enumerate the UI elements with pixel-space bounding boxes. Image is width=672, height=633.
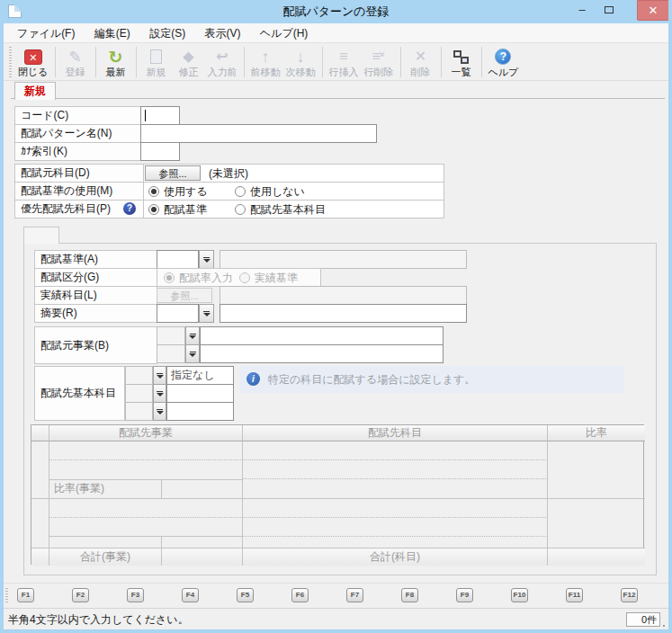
detail-tab[interactable]: [23, 227, 59, 244]
summary-code-input[interactable]: [157, 304, 199, 323]
priority-option-basis[interactable]: 配賦基準: [148, 201, 207, 218]
pattern-name-input[interactable]: [140, 124, 377, 143]
ratio-cell[interactable]: [548, 499, 645, 548]
basis-dropdown-button[interactable]: [199, 250, 214, 269]
kana-index-input[interactable]: [140, 142, 180, 161]
source-account-status: (未選択): [209, 165, 248, 183]
source-business-dropdown-1[interactable]: [185, 326, 200, 345]
menu-edit[interactable]: 編集(E): [86, 23, 139, 44]
dest-account-cell[interactable]: [243, 499, 548, 518]
ratio-business-value[interactable]: [162, 537, 243, 548]
fkey-F12[interactable]: F12: [621, 588, 638, 602]
code-label: コード(C): [14, 106, 141, 125]
fkey-F4[interactable]: F4: [182, 588, 199, 602]
source-business-code-2[interactable]: [157, 344, 185, 363]
dest-basic-code-1[interactable]: [125, 366, 153, 385]
dest-account-cell[interactable]: [243, 479, 548, 499]
toolbar-button-refresh[interactable]: ↻最新: [100, 45, 132, 79]
dest-account-cell[interactable]: [243, 441, 548, 460]
delete-row-icon: ≡✕: [372, 47, 386, 67]
new-icon: [150, 47, 162, 67]
basis-use-option-notuse[interactable]: 使用しない: [235, 183, 305, 201]
fkey-F6[interactable]: F6: [291, 588, 309, 602]
toolbar-button-label: 入力前: [208, 67, 237, 78]
dest-account-cell[interactable]: [243, 518, 548, 537]
total-business-value: [162, 548, 243, 566]
menu-view[interactable]: 表示(V): [196, 23, 248, 44]
source-business-code-1[interactable]: [157, 326, 185, 345]
toolbar-separator: [136, 47, 137, 77]
fkey-F8[interactable]: F8: [401, 588, 418, 602]
row-selector-1[interactable]: [31, 441, 49, 499]
toolbar-button-help[interactable]: ?ヘルプ: [486, 45, 522, 79]
table-header-dest-account: 配賦先科目: [243, 425, 548, 441]
source-business-name-1: [200, 326, 444, 345]
fkey-F10[interactable]: F10: [511, 588, 528, 602]
total-ratio-value: [548, 548, 645, 566]
division-label: 配賦区分(G): [34, 268, 157, 287]
toolbar-button-list[interactable]: 一覧: [445, 45, 478, 79]
fkey-F2[interactable]: F2: [72, 588, 89, 602]
source-business-dropdown-2[interactable]: [185, 344, 200, 363]
code-input[interactable]: [140, 106, 180, 125]
dest-account-cell[interactable]: [243, 537, 548, 548]
source-account-browse-button[interactable]: 参照...: [145, 165, 201, 181]
ratio-cell[interactable]: [548, 441, 645, 499]
minimize-button[interactable]: –: [571, 0, 593, 21]
ratio-business-value[interactable]: [162, 480, 243, 499]
division-option-actual: 実績基準: [239, 269, 298, 287]
summary-dropdown-button[interactable]: [199, 304, 214, 323]
toolbar-button-close[interactable]: ✕閉じる: [15, 45, 51, 79]
insert-row-icon: ≡: [339, 47, 347, 67]
radio-on-icon: [148, 186, 159, 197]
allocation-table: 配賦先事業 配賦先科目 比率 比率(事業) 合計(事業) 合計(科目): [31, 424, 644, 565]
toolbar-separator: [400, 47, 401, 77]
toolbar-button-move-prev: ↑前移動: [248, 45, 283, 79]
dest-basic-dropdown-1[interactable]: [153, 366, 166, 385]
basis-use-option-use[interactable]: 使用する: [148, 183, 208, 201]
fkey-F9[interactable]: F9: [456, 588, 473, 602]
toolbar-button-label: 行挿入: [329, 67, 359, 78]
fkey-F1[interactable]: F1: [17, 588, 34, 602]
resize-grip[interactable]: [663, 620, 670, 627]
dest-basic-dropdown-3[interactable]: [153, 402, 166, 421]
total-account-label: 合計(科目): [243, 548, 548, 566]
fkey-F11[interactable]: F11: [566, 588, 583, 602]
dest-business-cell[interactable]: [49, 441, 243, 460]
summary-text-input[interactable]: [220, 304, 467, 323]
help-question-icon[interactable]: ?: [123, 202, 136, 215]
toolbar-button-delete: ✕削除: [405, 45, 437, 79]
menu-file[interactable]: ファイル(F): [9, 23, 83, 44]
list-icon: [453, 47, 469, 67]
maximize-button[interactable]: [598, 0, 620, 21]
tab-new[interactable]: 新規: [14, 82, 56, 100]
record-count: 0件: [626, 612, 660, 627]
dest-account-cell[interactable]: [243, 460, 548, 479]
radio-label: 実績基準: [255, 272, 298, 284]
basis-name-field: [220, 250, 467, 269]
menu-settings[interactable]: 設定(S): [141, 23, 193, 44]
toolbar-button-label: 前移動: [251, 67, 281, 78]
radio-label: 配賦基準: [164, 203, 207, 216]
help-icon: ?: [495, 47, 511, 67]
row-selector-2[interactable]: [31, 499, 49, 548]
dest-business-cell[interactable]: [49, 518, 243, 537]
fkey-grip: [5, 588, 8, 604]
dest-basic-code-2[interactable]: [125, 384, 153, 403]
dest-business-cell[interactable]: [49, 499, 243, 518]
fkey-F3[interactable]: F3: [127, 588, 144, 602]
dest-business-cell[interactable]: [49, 460, 243, 480]
dest-basic-dropdown-2[interactable]: [153, 384, 166, 403]
dest-basic-code-3[interactable]: [125, 402, 153, 421]
close-button[interactable]: ✕: [637, 0, 669, 21]
registration-window: 配賦パターンの登録 – ✕ ファイル(F) 編集(E) 設定(S) 表示(V) …: [0, 0, 672, 633]
actual-account-field: [220, 286, 467, 305]
ratio-business-label: 比率(事業): [49, 480, 162, 499]
total-business-label: 合計(事業): [49, 548, 162, 566]
menu-help[interactable]: ヘルプ(H): [252, 23, 317, 44]
toolbar-separator: [244, 47, 245, 77]
priority-option-basic-account[interactable]: 配賦先基本科目: [235, 201, 326, 218]
fkey-F5[interactable]: F5: [237, 588, 254, 602]
fkey-F7[interactable]: F7: [346, 588, 363, 602]
basis-code-input[interactable]: [157, 250, 199, 269]
